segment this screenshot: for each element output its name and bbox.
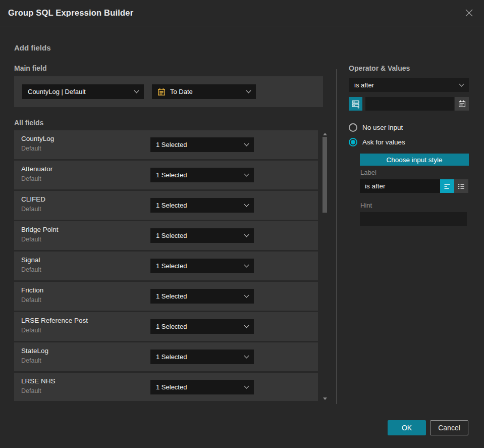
main-field-heading: Main field <box>14 64 47 72</box>
label-caption: Label <box>360 169 377 176</box>
date-picker-button[interactable] <box>455 97 469 111</box>
chevron-down-icon <box>244 263 249 268</box>
field-selection-dropdown[interactable]: 1 Selected <box>150 319 254 334</box>
radio-ask-for-values[interactable]: Ask for values <box>349 138 405 146</box>
chevron-down-icon <box>244 384 249 389</box>
field-row: Friction Default 1 Selected <box>14 282 318 311</box>
field-selection-dropdown[interactable]: 1 Selected <box>150 289 254 304</box>
chevron-down-icon <box>246 88 251 93</box>
list-style-button[interactable] <box>454 179 468 193</box>
hint-caption: Hint <box>360 202 372 209</box>
choose-input-style-button[interactable]: Choose input style <box>360 154 469 166</box>
chevron-down-icon <box>244 232 249 237</box>
close-icon <box>465 9 473 17</box>
value-input[interactable] <box>365 97 454 111</box>
chevron-down-icon <box>244 172 249 177</box>
chevron-down-icon <box>244 202 249 207</box>
field-selection-dropdown[interactable]: 1 Selected <box>150 259 254 273</box>
radio-circle-icon <box>349 123 357 132</box>
chevron-down-icon <box>244 323 249 328</box>
all-fields-heading: All fields <box>14 119 43 127</box>
add-fields-heading: Add fields <box>14 43 51 52</box>
field-selection-dropdown[interactable]: 1 Selected <box>150 168 254 182</box>
calendar-icon <box>157 88 166 96</box>
chevron-down-icon <box>244 293 249 298</box>
field-row: CountyLog Default 1 Selected <box>14 130 318 159</box>
field-selection-value: 1 Selected <box>156 232 241 239</box>
chevron-down-icon <box>134 88 139 93</box>
field-row: LRSE Reference Post Default 1 Selected <box>14 312 318 341</box>
chevron-down-icon <box>459 81 464 86</box>
field-selection-value: 1 Selected <box>156 383 241 391</box>
chevron-down-icon <box>244 354 249 359</box>
main-field-dropdown[interactable]: CountyLog | Default <box>22 84 144 99</box>
value-input-row <box>349 97 469 111</box>
operator-dropdown[interactable]: is after <box>349 78 469 92</box>
align-left-icon <box>443 182 451 190</box>
field-selection-dropdown[interactable]: 1 Selected <box>150 350 254 364</box>
scrollbar-up-arrow-icon[interactable] <box>323 133 327 135</box>
date-type-dropdown[interactable]: To Date <box>152 84 256 99</box>
field-selection-dropdown[interactable]: 1 Selected <box>150 228 254 243</box>
operator-dropdown-value: is after <box>354 81 456 89</box>
radio-no-user-input[interactable]: No user input <box>349 123 403 132</box>
field-selection-dropdown[interactable]: 1 Selected <box>150 137 254 152</box>
field-selection-value: 1 Selected <box>156 353 241 361</box>
field-selection-dropdown[interactable]: 1 Selected <box>150 380 254 394</box>
field-selection-value: 1 Selected <box>156 292 241 300</box>
calendar-icon <box>458 100 466 108</box>
scrollbar-thumb[interactable] <box>322 137 327 213</box>
radio-ask-for-values-label: Ask for values <box>362 138 405 146</box>
chevron-down-icon <box>244 141 249 146</box>
radio-no-user-input-label: No user input <box>362 124 403 131</box>
field-selection-value: 1 Selected <box>156 323 241 330</box>
close-button[interactable] <box>463 7 475 19</box>
field-selection-value: 1 Selected <box>156 202 241 209</box>
single-line-style-button[interactable] <box>440 179 454 193</box>
cancel-button[interactable]: Cancel <box>430 420 468 435</box>
label-input[interactable] <box>360 179 440 193</box>
main-field-box: CountyLog | Default To Date <box>14 76 323 107</box>
all-fields-list: CountyLog Default 1 Selected Attenuator … <box>14 130 318 401</box>
field-row: Signal Default 1 Selected <box>14 252 318 280</box>
field-selection-value: 1 Selected <box>156 141 241 148</box>
field-row: LRSE NHS Default 1 Selected <box>14 373 318 401</box>
hint-input[interactable] <box>360 212 467 226</box>
field-selection-value: 1 Selected <box>156 171 241 179</box>
field-selection-value: 1 Selected <box>156 262 241 270</box>
field-selection-dropdown[interactable]: 1 Selected <box>150 198 254 213</box>
field-row: CLIFED Default 1 Selected <box>14 191 318 220</box>
radio-selected-icon <box>349 138 357 146</box>
field-row: StateLog Default 1 Selected <box>14 342 318 371</box>
group-sql-expression-builder-dialog: Group SQL Expression Builder Add fields … <box>0 0 484 448</box>
date-type-dropdown-value: To Date <box>170 88 243 95</box>
dialog-title: Group SQL Expression Builder <box>8 8 133 18</box>
panel-divider <box>336 69 337 404</box>
scrollbar-down-arrow-icon[interactable] <box>323 397 327 400</box>
fields-list-scrollbar[interactable] <box>321 130 328 401</box>
dialog-titlebar: Group SQL Expression Builder <box>0 0 484 26</box>
stacked-values-icon <box>351 99 360 109</box>
ok-button[interactable]: OK <box>388 420 426 435</box>
operator-values-heading: Operator & Values <box>349 64 410 72</box>
value-type-button[interactable] <box>349 97 362 111</box>
bullet-list-icon <box>457 182 465 190</box>
field-row: Attenuator Default 1 Selected <box>14 161 318 189</box>
field-row: Bridge Point Default 1 Selected <box>14 221 318 250</box>
main-field-dropdown-value: CountyLog | Default <box>28 88 131 95</box>
